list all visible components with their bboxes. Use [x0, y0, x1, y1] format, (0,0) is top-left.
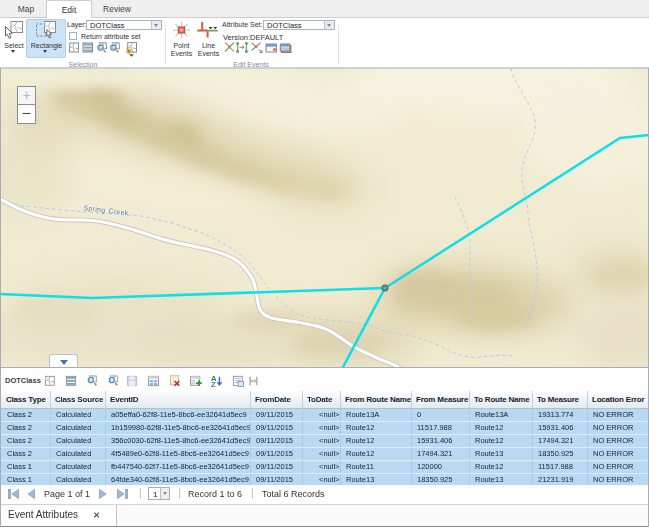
svg-text:Z: Z: [211, 380, 216, 389]
